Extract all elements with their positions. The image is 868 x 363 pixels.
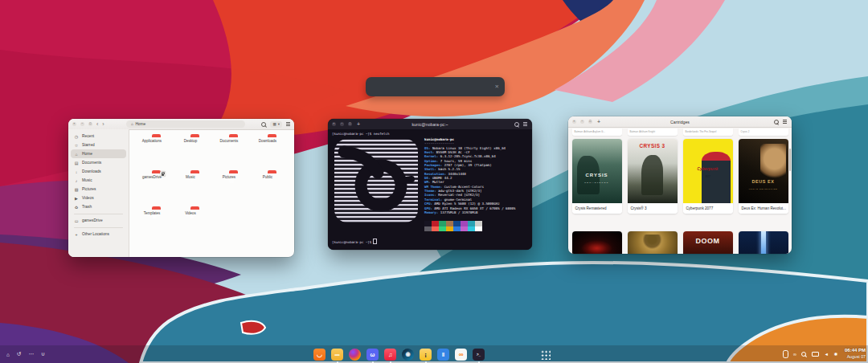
lock-emblem-icon <box>160 171 166 177</box>
search-icon[interactable] <box>514 122 519 127</box>
dock-app-icon[interactable]: >_ <box>473 349 485 361</box>
folder-tile[interactable]: ▶ Videos <box>171 208 210 244</box>
game-card[interactable]: DEUS EX HUMAN REVOLUTION Deus Ex: Human … <box>739 139 788 214</box>
sidebar-item[interactable] <box>74 227 123 228</box>
sidebar-item[interactable]: ↓ Downloads <box>71 167 126 176</box>
dock-app-face <box>349 349 361 361</box>
folder-tile[interactable]: ∴ Public <box>248 172 287 208</box>
game-card[interactable] <box>572 231 622 254</box>
terminal-header-actions <box>514 119 527 129</box>
partial-cover-row: DOOM <box>572 231 788 254</box>
game-card[interactable]: CRYSIS REMASTERED Crysis Remastered <box>572 139 622 214</box>
folder-tile[interactable]: Desktop <box>171 136 210 172</box>
clock[interactable]: 06:44 PM August 07 <box>845 348 866 360</box>
dock-app-icon[interactable]: ♫ <box>384 349 396 361</box>
hamburger-menu-icon[interactable] <box>523 122 527 125</box>
view-toggle-button[interactable]: ▦ ▾ <box>270 121 282 128</box>
dock-app-icon[interactable]: ‖ <box>437 349 449 361</box>
folder-tile[interactable]: ♪ Music <box>171 172 210 208</box>
sidebar-item[interactable]: ▨ Pictures <box>71 185 126 194</box>
game-label-partial[interactable]: Crysis 2 <box>739 128 788 136</box>
terminal-body[interactable]: [kunic@nobara-pc ~]$ neofetch <box>328 129 532 250</box>
folder-tile[interactable]: ▨ Pictures <box>210 172 248 208</box>
folder-tile[interactable]: ▤ Documents <box>210 136 248 172</box>
terminal-command-line: [kunic@nobara-pc ~]$ neofetch <box>332 132 389 136</box>
sidebar-item[interactable]: ♪ Music <box>71 176 126 185</box>
app-grid-launcher-icon[interactable] <box>540 349 551 360</box>
add-game-button[interactable]: + <box>597 119 600 124</box>
sidebar-item-icon: ▭ <box>74 218 79 223</box>
maximize-button[interactable]: □ <box>88 122 93 127</box>
dock-app-glyph: ▬ <box>335 352 340 357</box>
cartridges-title: Cartridges <box>568 120 792 124</box>
tray-icon[interactable]: ✱ <box>833 352 837 357</box>
dock-app-face: ‖ <box>437 349 449 361</box>
folder-tile[interactable]: Applications <box>133 136 171 172</box>
sidebar-item[interactable]: ☆ Starred <box>71 141 126 149</box>
dock-app-icon[interactable]: ▬ <box>331 349 343 361</box>
cartridges-headerbar: Cartridges × − □ + <box>568 116 792 128</box>
new-tab-button[interactable]: + <box>357 121 360 127</box>
sidebar-item-label: Starred <box>82 143 95 147</box>
tray-icon[interactable] <box>783 350 788 358</box>
terminal-prompt-line: [kunic@nobara-pc ~]$ <box>332 239 377 244</box>
dock-app-icon[interactable]: ω <box>366 349 379 361</box>
files-folder-grid: Applications Desktop ▤ Documents <box>129 129 294 257</box>
taskbar-icon[interactable]: ∪ <box>41 351 45 357</box>
search-icon[interactable] <box>774 120 779 124</box>
sidebar-item[interactable]: ▭ gamesDrive <box>71 216 126 225</box>
dock-app-icon[interactable]: ◉ <box>402 349 414 361</box>
tray-icon[interactable]: ∞ <box>793 352 796 357</box>
dock: ◡ ▬ <box>313 345 485 363</box>
folder-tile[interactable]: ↓ Downloads <box>248 136 287 172</box>
minimize-button[interactable]: − <box>80 122 85 127</box>
sidebar-item[interactable]: + Other Locations <box>71 230 126 239</box>
back-button[interactable]: ‹ <box>96 121 98 127</box>
cursor-block <box>373 239 377 244</box>
game-label-partial[interactable]: Borderlands: The Pre-Sequel <box>683 128 733 136</box>
game-cover <box>572 231 622 254</box>
forward-button[interactable]: › <box>102 121 104 127</box>
dock-app-face: ω <box>366 349 379 361</box>
clock-date: August 07 <box>845 354 866 361</box>
hamburger-menu-icon[interactable] <box>286 122 290 125</box>
toast-close-icon[interactable]: ✕ <box>495 77 499 96</box>
game-cover: DOOM <box>683 231 733 254</box>
folder-tile[interactable]: ▣ Templates <box>133 208 171 244</box>
dock-app-icon[interactable]: ¡ <box>420 349 432 361</box>
path-bar[interactable]: ⌂ Home <box>126 120 245 128</box>
sidebar-item[interactable] <box>74 214 123 214</box>
game-card[interactable] <box>739 231 788 254</box>
dock-app-icon[interactable] <box>349 349 361 361</box>
terminal-window[interactable]: kunic@nobara-pc:~ × − □ + [kunic@nobara-… <box>328 119 532 250</box>
taskbar-icon[interactable]: ↺ <box>17 351 21 357</box>
notification-toast[interactable]: ✕ <box>366 77 505 96</box>
game-label-partial[interactable]: Batman: Arkham Knight <box>628 128 678 136</box>
tray-icon[interactable] <box>812 352 819 357</box>
tray-icon[interactable] <box>801 352 806 357</box>
sidebar-item[interactable]: ⌂ Home <box>71 149 126 158</box>
folder-tile[interactable]: gamesDrive <box>133 172 171 208</box>
taskbar-icon[interactable]: ⋯ <box>28 351 34 357</box>
cartridges-window[interactable]: Cartridges × − □ + Batman: Arkham Asylum… <box>568 116 792 254</box>
taskbar-icon[interactable]: ⌂ <box>6 352 10 357</box>
home-icon: ⌂ <box>131 122 133 126</box>
game-cover: Cyberpunk 2077 <box>683 139 733 203</box>
game-card[interactable]: DOOM <box>683 231 733 254</box>
tray-icon[interactable]: ◄ <box>824 352 828 357</box>
game-card[interactable]: Cyberpunk 2077 Cyberpunk 2077 <box>683 139 733 214</box>
dock-app-icon[interactable]: ◡ <box>313 349 326 361</box>
scrollbar[interactable] <box>789 149 791 171</box>
sidebar-item[interactable]: ▶ Videos <box>71 194 126 202</box>
game-card[interactable]: CRYSIS 3 Crysis® 3 <box>628 139 678 214</box>
files-window[interactable]: × − □ ‹ › ⌂ Home ▦ ▾ ◷ <box>68 119 294 257</box>
game-card[interactable] <box>628 231 678 254</box>
hamburger-menu-icon[interactable] <box>783 120 787 123</box>
sidebar-item[interactable]: ◷ Recent <box>71 132 126 141</box>
game-label-partial[interactable]: Batman: Arkham Asylum G... <box>572 128 622 136</box>
close-button[interactable]: × <box>72 122 77 127</box>
sidebar-item[interactable]: ♻ Trash <box>71 202 126 211</box>
sidebar-item[interactable]: ▤ Documents <box>71 158 126 167</box>
dock-app-icon[interactable]: ∞ <box>455 349 467 361</box>
search-icon[interactable] <box>261 122 266 127</box>
